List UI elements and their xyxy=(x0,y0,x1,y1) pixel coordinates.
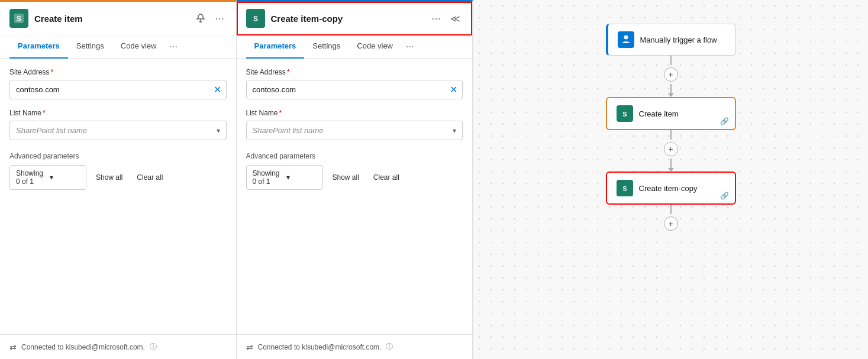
panel1-content: Site Address * ✕ List Name * SharePoint … xyxy=(0,59,236,334)
panel1-list-name-wrapper: SharePoint list name ▾ xyxy=(9,121,227,140)
create-item-node-icon: S xyxy=(617,105,633,122)
panel1-tab-parameters[interactable]: Parameters xyxy=(9,35,68,59)
panel2-connection-icon: ⇄ xyxy=(246,342,253,352)
panel1-list-name-select[interactable]: SharePoint list name xyxy=(10,121,211,140)
create-item-copy-link-icon: 🔗 xyxy=(720,192,729,200)
flow-create-item-copy-node[interactable]: S Create item-copy 🔗 xyxy=(606,172,736,205)
panel2-advanced-section: Advanced parameters Showing 0 of 1 ▾ Sho… xyxy=(246,152,463,190)
flow-diagram: Manually trigger a flow + S Create item … xyxy=(606,24,736,233)
add-btn-1[interactable]: + xyxy=(664,67,678,82)
panel2-site-address-group: Site Address * ✕ xyxy=(246,68,463,99)
create-item-node-title: Create item xyxy=(639,109,679,118)
panel2-collapse-btn[interactable]: ≪ xyxy=(448,11,463,27)
panel1-site-address-clear[interactable]: ✕ xyxy=(209,82,226,98)
panel1-tab-codeview[interactable]: Code view xyxy=(112,35,165,59)
panel2-header-actions: ⋯ ≪ xyxy=(429,11,463,27)
panel1-dropdown-chevron-icon: ▾ xyxy=(50,173,80,182)
panel2-more-btn[interactable]: ⋯ xyxy=(429,11,443,27)
connector-2: + xyxy=(664,130,678,172)
panel2-footer: ⇄ Connected to kisubedi@microsoft.com. ⓘ xyxy=(237,334,473,359)
connector-1-line-2 xyxy=(670,84,672,93)
panel1-site-address-label: Site Address * xyxy=(9,68,227,76)
panel2-advanced-controls: Showing 0 of 1 ▾ Show all Clear all xyxy=(246,165,463,190)
panel2-title: Create item-copy xyxy=(271,14,424,24)
panel1-title: Create item xyxy=(34,14,188,24)
panel2-connection-text: Connected to kisubedi@microsoft.com. xyxy=(258,343,382,351)
panel2-info-icon[interactable]: ⓘ xyxy=(386,342,393,352)
panel1-connection-text: Connected to kisubedi@microsoft.com. xyxy=(21,343,145,351)
panel1-more-btn[interactable]: ⋯ xyxy=(212,11,227,27)
svg-text:S: S xyxy=(17,15,21,23)
panel2-icon: S xyxy=(246,9,265,28)
trigger-node-title: Manually trigger a flow xyxy=(640,35,717,44)
connector-3-line xyxy=(670,205,672,214)
connector-2-line-2 xyxy=(670,159,672,168)
panel1-list-name-label: List Name * xyxy=(9,109,227,117)
panel1-connection-icon: ⇄ xyxy=(9,342,17,352)
panel1-list-name-group: List Name * SharePoint list name ▾ xyxy=(9,109,227,140)
panel1-pin-btn[interactable] xyxy=(193,11,208,25)
add-btn-3[interactable]: + xyxy=(664,216,678,231)
flow-trigger-node[interactable]: Manually trigger a flow xyxy=(606,24,736,56)
connector-1-line xyxy=(670,56,672,65)
panel2-list-name-label: List Name * xyxy=(246,109,463,117)
panel1-showing-dropdown[interactable]: Showing 0 of 1 ▾ xyxy=(9,165,86,190)
svg-text:S: S xyxy=(622,111,627,118)
panel2-header: S Create item-copy ⋯ ≪ xyxy=(237,2,473,35)
panel2-dropdown-chevron-icon: ▾ xyxy=(286,173,317,182)
panel1-tabs: Parameters Settings Code view ··· xyxy=(0,35,236,59)
add-btn-2[interactable]: + xyxy=(664,142,678,156)
panel2-tabs: Parameters Settings Code view ··· xyxy=(237,35,473,59)
panel-create-item-copy: S Create item-copy ⋯ ≪ Parameters Settin… xyxy=(237,0,473,359)
panel2-clear-all-btn[interactable]: Clear all xyxy=(369,170,404,185)
panel2-show-all-btn[interactable]: Show all xyxy=(328,170,364,185)
panel2-content: Site Address * ✕ List Name * SharePoint … xyxy=(237,59,473,334)
panel1-advanced-controls: Showing 0 of 1 ▾ Show all Clear all xyxy=(9,165,227,190)
panel1-site-address-group: Site Address * ✕ xyxy=(9,68,227,99)
connector-2-line xyxy=(670,130,672,140)
svg-text:S: S xyxy=(622,185,627,192)
panel2-tab-codeview[interactable]: Code view xyxy=(349,35,401,59)
panel1-list-chevron-icon: ▾ xyxy=(211,123,226,138)
panel2-showing-dropdown[interactable]: Showing 0 of 1 ▾ xyxy=(246,165,323,190)
svg-point-5 xyxy=(624,35,628,40)
panel2-site-address-clear[interactable]: ✕ xyxy=(445,82,462,98)
panel2-tab-more[interactable]: ··· xyxy=(401,35,418,58)
panel2-list-name-group: List Name * SharePoint list name ▾ xyxy=(246,109,463,140)
panel2-advanced-label: Advanced parameters xyxy=(246,152,463,160)
panel2-tab-settings[interactable]: Settings xyxy=(304,35,349,59)
panel2-site-address-label: Site Address * xyxy=(246,68,463,76)
panel1-footer: ⇄ Connected to kisubedi@microsoft.com. ⓘ xyxy=(0,334,236,359)
flow-create-item-node[interactable]: S Create item 🔗 xyxy=(606,97,736,130)
panel1-header-actions: ⋯ xyxy=(193,11,227,27)
create-item-copy-node-icon: S xyxy=(617,180,633,196)
panel1-info-icon[interactable]: ⓘ xyxy=(150,342,157,352)
panel1-tab-more[interactable]: ··· xyxy=(165,35,182,58)
connector-1: + xyxy=(664,56,678,97)
panel1-tab-settings[interactable]: Settings xyxy=(68,35,112,59)
svg-text:S: S xyxy=(253,15,257,23)
panel1-icon: S xyxy=(9,9,28,28)
create-item-copy-node-title: Create item-copy xyxy=(639,184,698,193)
panel1-advanced-label: Advanced parameters xyxy=(9,152,227,160)
connector-3: + xyxy=(664,205,678,233)
panel-create-item: S Create item ⋯ Parameters Se xyxy=(0,0,237,359)
panel1-header: S Create item ⋯ xyxy=(0,2,236,35)
panel1-advanced-section: Advanced parameters Showing 0 of 1 ▾ Sho… xyxy=(9,152,227,190)
panel1-show-all-btn[interactable]: Show all xyxy=(91,170,127,185)
flow-canvas: Manually trigger a flow + S Create item … xyxy=(473,0,868,359)
create-item-link-icon: 🔗 xyxy=(720,117,729,125)
panel2-tab-parameters[interactable]: Parameters xyxy=(246,35,305,59)
panel2-site-address-input[interactable] xyxy=(247,80,446,99)
trigger-node-icon xyxy=(618,31,634,48)
panel2-list-name-select[interactable]: SharePoint list name xyxy=(247,121,447,140)
panel2-site-address-input-wrapper: ✕ xyxy=(246,80,463,99)
panel1-site-address-input-wrapper: ✕ xyxy=(9,80,227,99)
panel1-site-address-input[interactable] xyxy=(10,80,209,99)
panel2-list-chevron-icon: ▾ xyxy=(447,123,462,138)
panel1-clear-all-btn[interactable]: Clear all xyxy=(132,170,167,185)
panel2-list-name-wrapper: SharePoint list name ▾ xyxy=(246,121,463,140)
